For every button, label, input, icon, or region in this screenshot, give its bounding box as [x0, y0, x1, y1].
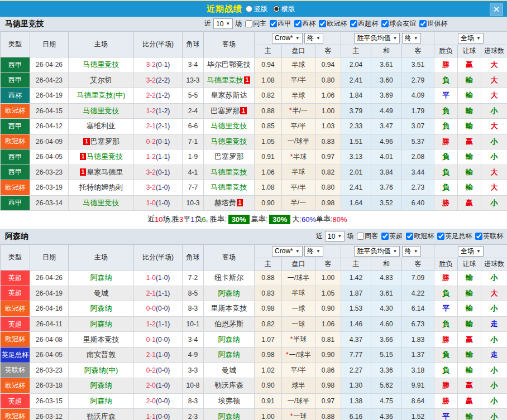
home-team[interactable]: 阿森纳: [69, 393, 134, 409]
home-team[interactable]: 马德里竞技(中): [69, 88, 134, 104]
corner-score: 8-3: [183, 301, 204, 317]
filter-label[interactable]: 世俱杯: [427, 19, 447, 28]
filter-label[interactable]: 同客: [365, 231, 378, 241]
filter-label[interactable]: 西超杯: [358, 19, 378, 28]
filter-checkbox-英超[interactable]: [381, 233, 389, 240]
odds-time-select[interactable]: 终▼: [304, 246, 323, 257]
odds-company-select[interactable]: Crow*▼: [272, 33, 303, 44]
home-team[interactable]: 塞维利亚: [69, 119, 134, 134]
home-team[interactable]: 1皇家马德里: [69, 165, 134, 180]
away-team[interactable]: 阿森纳: [204, 286, 255, 301]
filter-label[interactable]: 球会友谊: [389, 19, 416, 28]
home-team[interactable]: 马德里竞技: [69, 195, 134, 211]
home-team[interactable]: 里斯本竞技: [69, 332, 134, 347]
home-team[interactable]: 勒沃库森: [69, 409, 134, 420]
avg-odds-select[interactable]: 胜平负均值▼: [354, 246, 400, 257]
radio-horizontal-layout[interactable]: [273, 6, 280, 12]
match-date: 26-04-23: [30, 73, 69, 88]
filter-label[interactable]: 英联杯: [483, 231, 503, 241]
home-team[interactable]: 阿森纳: [69, 301, 134, 317]
away-team[interactable]: 马德里竞技: [204, 134, 255, 149]
filter-checkbox-西杯[interactable]: [294, 20, 302, 27]
filter-checkbox-西甲[interactable]: [270, 20, 277, 27]
away-team[interactable]: 马德里竞技: [204, 180, 255, 196]
filter-label[interactable]: 欧冠杯: [414, 231, 434, 241]
competition-badge: 欧冠杯: [1, 134, 30, 149]
competition-badge: 英超: [1, 286, 30, 301]
filter-label[interactable]: 欧冠杯: [327, 19, 347, 28]
away-team[interactable]: 毕尔巴鄂竞技: [204, 57, 255, 73]
away-team[interactable]: 勒沃库森: [204, 378, 255, 394]
away-team[interactable]: 马德里竞技: [204, 119, 255, 134]
match-row: 英足总杯 26-04-05 南安普敦 2-1(1-0) 4-9 阿森纳 0.98…: [1, 347, 507, 363]
score-halftime: 3-2(0-1): [134, 57, 183, 73]
subcol-avg-draw: 和: [371, 45, 402, 57]
team-name-text: 阿森纳: [218, 289, 240, 297]
avg-away-odds: 3.44: [402, 165, 434, 180]
away-team[interactable]: 纽卡斯尔: [204, 271, 255, 286]
filter-checkbox-同客[interactable]: [357, 233, 364, 240]
home-team[interactable]: 艾尔切: [69, 73, 134, 88]
odds-company-select[interactable]: Crow*▼: [272, 246, 303, 257]
away-team[interactable]: 阿森纳: [204, 347, 255, 363]
result-handicap: 輸: [458, 103, 481, 119]
handicap-line: 半球: [282, 88, 315, 104]
away-team[interactable]: 巴塞罗那1: [204, 103, 255, 119]
home-team[interactable]: 马德里竞技: [69, 103, 134, 119]
filter-checkbox-西超杯[interactable]: [350, 20, 357, 27]
close-icon[interactable]: ✕: [490, 3, 503, 16]
home-team[interactable]: 马德里竞技: [69, 57, 134, 73]
away-team[interactable]: 曼城: [204, 363, 255, 378]
away-team[interactable]: 阿森纳: [204, 332, 255, 347]
radio-vertical-layout[interactable]: [246, 6, 252, 12]
filter-checkbox-世俱杯[interactable]: [419, 20, 427, 27]
radio-vertical-label[interactable]: 竖版: [254, 4, 267, 14]
home-team[interactable]: 1马德里竞技: [69, 149, 134, 165]
radio-horizontal-label[interactable]: 横版: [281, 4, 295, 14]
filter-label[interactable]: 西杯: [302, 19, 315, 28]
filter-checkbox-欧冠杯[interactable]: [406, 233, 413, 240]
home-team[interactable]: 1巴塞罗那: [69, 134, 134, 149]
away-team[interactable]: 赫塔费1: [204, 195, 255, 211]
filter-label[interactable]: 西甲: [278, 19, 291, 28]
away-team[interactable]: 埃弗顿: [204, 393, 255, 409]
home-team[interactable]: 阿森纳: [69, 316, 134, 332]
odds-time-select[interactable]: 终▼: [304, 33, 323, 44]
home-team[interactable]: 曼城: [69, 286, 134, 301]
col-score: 比分(半场): [134, 32, 183, 57]
home-team[interactable]: 托特纳姆热刺: [69, 180, 134, 196]
avg-time-select[interactable]: 终▼: [402, 246, 421, 257]
home-team[interactable]: 南安普敦: [69, 347, 134, 363]
filter-checkbox-欧冠杯[interactable]: [319, 20, 326, 27]
fullmatch-select[interactable]: 全场▼: [458, 33, 484, 44]
filter-checkbox-球会友谊[interactable]: [381, 20, 389, 27]
filter-label[interactable]: 同主: [253, 19, 266, 28]
away-team[interactable]: 里斯本竞技: [204, 301, 255, 317]
avg-time-select[interactable]: 终▼: [402, 33, 421, 44]
result-win-lose: 負: [434, 363, 458, 378]
filter-label[interactable]: 英超: [389, 231, 403, 241]
handicap-line: 一/球半: [282, 393, 315, 409]
away-team[interactable]: 皇家苏斯达: [204, 88, 255, 104]
away-team[interactable]: 马德里竞技1: [204, 73, 255, 88]
filter-label[interactable]: 英足总杯: [445, 231, 472, 241]
home-team[interactable]: 阿森纳: [69, 378, 134, 394]
team-name-text: 阿森纳: [90, 304, 112, 312]
match-count-select[interactable]: 10▼: [325, 231, 345, 242]
home-team[interactable]: 阿森纳(中): [69, 363, 134, 378]
away-team[interactable]: 巴塞罗那: [204, 149, 255, 165]
match-count-select[interactable]: 10▼: [213, 18, 233, 29]
filter-checkbox-英联杯[interactable]: [475, 233, 482, 240]
avg-home-odds: 6.16: [341, 409, 371, 420]
away-team[interactable]: 阿森纳: [204, 409, 255, 420]
away-team[interactable]: 马德里竞技: [204, 165, 255, 180]
home-team[interactable]: 阿森纳: [69, 271, 134, 286]
competition-badge: 英足总杯: [1, 347, 30, 363]
avg-odds-select[interactable]: 胜平负均值▼: [354, 33, 400, 44]
fullmatch-select[interactable]: 全场▼: [458, 246, 484, 257]
away-team[interactable]: 伯恩茅斯: [204, 316, 255, 332]
competition-badge: 西甲: [1, 119, 30, 134]
filter-checkbox-英足总杯[interactable]: [437, 233, 444, 240]
result-win-lose: 負: [434, 347, 458, 363]
filter-checkbox-同主[interactable]: [245, 20, 252, 27]
